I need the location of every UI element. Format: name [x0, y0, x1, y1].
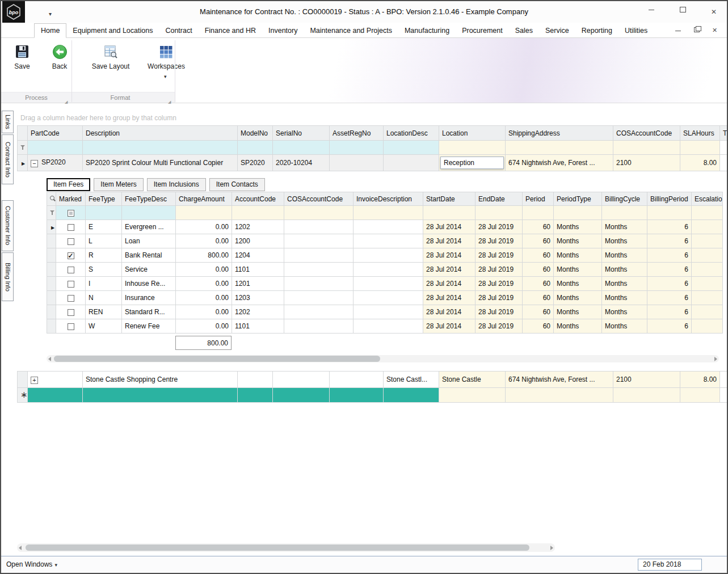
cell-cosaccountcode[interactable]	[284, 277, 354, 291]
cell-feetype[interactable]: E	[86, 220, 122, 234]
column-header-billingcycle[interactable]: BillingCycle	[602, 192, 647, 206]
cell-modelno[interactable]	[238, 372, 273, 388]
cell-chargeamount[interactable]: 0.00	[176, 277, 232, 291]
marked-checkbox[interactable]	[68, 295, 74, 302]
cell-enddate[interactable]: 28 Jul 2019	[475, 220, 523, 234]
ribbon-tab[interactable]: Reporting	[575, 24, 618, 37]
cell-accountcode[interactable]: 1203	[232, 291, 284, 305]
child-minimize-button[interactable]	[675, 26, 681, 33]
cell-billingcycle[interactable]: Months	[602, 291, 647, 305]
cell-location[interactable]: Stone Castle	[439, 372, 506, 388]
cell-slahours[interactable]: 8.00	[680, 155, 720, 171]
cell-invoicedescription[interactable]	[354, 277, 423, 291]
filter-cell-periodtype[interactable]	[554, 206, 602, 220]
fee-row[interactable]: W Renew Fee 0.00 1101 28 Jul 2014 28 Jul…	[47, 319, 723, 334]
ribbon-tab[interactable]: Service	[539, 24, 575, 37]
minimize-button[interactable]	[648, 6, 655, 13]
filter-cell-description[interactable]	[83, 141, 238, 155]
cell-escalation[interactable]	[692, 305, 723, 319]
newrow-cell-cosaccountcode[interactable]	[613, 388, 680, 403]
close-button[interactable]	[711, 6, 718, 13]
equipment-row[interactable]: SP2020 SP2020 Sprint Colour Multi Functi…	[18, 155, 727, 171]
cell-description[interactable]: SP2020 Sprint Colour Multi Functional Co…	[83, 155, 238, 171]
cell-startdate[interactable]: 28 Jul 2014	[423, 305, 475, 319]
cell-cosaccountcode[interactable]	[284, 220, 354, 234]
equipment-row[interactable]: Stone Castle Shopping Centre Stone Castl…	[18, 372, 727, 388]
cell-invoicedescription[interactable]	[354, 305, 423, 319]
ribbon-tab[interactable]: Contract	[159, 24, 198, 37]
cell-chargeamount[interactable]: 0.00	[176, 319, 232, 334]
newrow-cell-modelno[interactable]	[238, 388, 273, 403]
cell-billingperiod[interactable]: 6	[647, 305, 692, 319]
cell-periodtype[interactable]: Months	[554, 305, 602, 319]
cell-slahours[interactable]: 8.00	[680, 372, 720, 388]
cell-feetypedesc[interactable]: Evergreen ...	[122, 220, 176, 234]
column-header-locationdesc[interactable]: LocationDesc	[384, 126, 439, 141]
cell-billingperiod[interactable]: 6	[647, 234, 692, 248]
cell-startdate[interactable]: 28 Jul 2014	[423, 291, 475, 305]
cell-serialno[interactable]: 2020-10204	[273, 155, 330, 171]
workspaces-button[interactable]: Workspaces	[144, 43, 188, 75]
cell-accountcode[interactable]: 1201	[232, 277, 284, 291]
cell-period[interactable]: 60	[523, 248, 554, 263]
cell-accountcode[interactable]: 1202	[232, 305, 284, 319]
cell-startdate[interactable]: 28 Jul 2014	[423, 319, 475, 334]
cell-cosaccountcode[interactable]	[284, 305, 354, 319]
detail-tab[interactable]: Item Contacts	[209, 178, 265, 191]
filter-cell-billingcycle[interactable]	[602, 206, 647, 220]
cell-cosaccountcode[interactable]: 2100	[613, 155, 680, 171]
cell-cosaccountcode[interactable]	[284, 319, 354, 334]
filter-cell-chargeamount[interactable]	[176, 206, 232, 220]
cell-accountcode[interactable]: 1101	[232, 263, 284, 277]
scroll-right-arrow[interactable]	[714, 357, 717, 361]
cell-periodtype[interactable]: Months	[554, 263, 602, 277]
filter-cell-invoicedescription[interactable]	[354, 206, 423, 220]
column-header-feetype[interactable]: FeeType	[86, 192, 122, 206]
scroll-left-arrow[interactable]	[48, 357, 51, 361]
quick-access-caret-icon[interactable]	[49, 8, 54, 14]
sidebar-item-billing-info[interactable]: Billing Info	[2, 252, 14, 301]
cell-startdate[interactable]: 28 Jul 2014	[423, 263, 475, 277]
filter-cell-cosaccountcode[interactable]	[284, 206, 354, 220]
fee-row[interactable]: L Loan 0.00 1200 28 Jul 2014 28 Jul 2019…	[47, 234, 723, 248]
cell-marked[interactable]	[56, 277, 86, 291]
column-header-overflow[interactable]: T	[720, 126, 727, 141]
ribbon-tab[interactable]: Maintenance and Projects	[304, 24, 398, 37]
cell-period[interactable]: 60	[523, 291, 554, 305]
column-header-shippingaddress[interactable]: ShippingAddress	[506, 126, 613, 141]
filter-cell-slahours[interactable]	[680, 141, 720, 155]
column-header-periodtype[interactable]: PeriodType	[554, 192, 602, 206]
cell-billingcycle[interactable]: Months	[602, 248, 647, 263]
cell-marked[interactable]	[56, 220, 86, 234]
detail-tab[interactable]: Item Meters	[94, 178, 143, 191]
filter-cell-marked[interactable]	[56, 206, 86, 220]
cell-billingperiod[interactable]: 6	[647, 220, 692, 234]
cell-marked[interactable]	[56, 319, 86, 334]
filter-cell-assetregno[interactable]	[330, 141, 384, 155]
filter-cell-feetype[interactable]	[86, 206, 122, 220]
child-close-button[interactable]	[712, 26, 719, 33]
ribbon-tab[interactable]: Equipment and Locations	[66, 24, 159, 37]
cell-feetypedesc[interactable]: Service	[122, 263, 176, 277]
ribbon-tab[interactable]: Sales	[509, 24, 539, 37]
cell-billingcycle[interactable]: Months	[602, 220, 647, 234]
column-header-slahours[interactable]: SLAHours	[680, 126, 720, 141]
filter-cell-escalation[interactable]	[692, 206, 723, 220]
column-header-accountcode[interactable]: AccountCode	[232, 192, 284, 206]
cell-marked[interactable]	[56, 263, 86, 277]
cell-billingperiod[interactable]: 6	[647, 319, 692, 334]
detail-tab[interactable]: Item Fees	[47, 178, 90, 191]
cell-periodtype[interactable]: Months	[554, 291, 602, 305]
marked-filter-checkbox[interactable]	[68, 210, 74, 217]
cell-chargeamount[interactable]: 0.00	[176, 263, 232, 277]
cell-billingperiod[interactable]: 6	[647, 277, 692, 291]
cell-startdate[interactable]: 28 Jul 2014	[423, 248, 475, 263]
cell-marked[interactable]	[56, 305, 86, 319]
column-header-location[interactable]: Location	[439, 126, 506, 141]
filter-cell-enddate[interactable]	[475, 206, 523, 220]
cell-feetype[interactable]: S	[86, 263, 122, 277]
cell-feetype[interactable]: I	[86, 277, 122, 291]
cell-period[interactable]: 60	[523, 319, 554, 334]
cell-period[interactable]: 60	[523, 305, 554, 319]
cell-accountcode[interactable]: 1200	[232, 234, 284, 248]
